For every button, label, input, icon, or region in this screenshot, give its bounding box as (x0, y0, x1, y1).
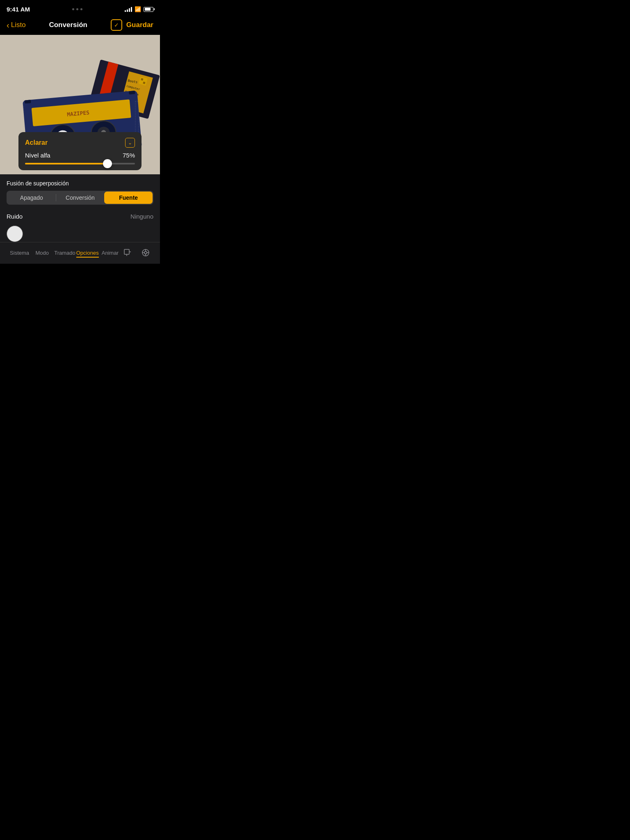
svg-rect-34 (124, 249, 129, 254)
nav-bar: ‹ Listo Conversión ✓ Guardar (0, 15, 160, 35)
status-bar: 9:41 AM 📶 (0, 0, 160, 15)
svg-rect-28 (129, 91, 135, 94)
alpha-slider[interactable] (25, 163, 135, 164)
nav-title: Conversión (49, 21, 87, 29)
bottom-tabs: Sistema Modo Tramado Opciones Animar (0, 242, 160, 264)
crop-button[interactable] (121, 247, 134, 259)
ruido-value: Ninguno (130, 213, 153, 220)
back-label: Listo (11, 21, 26, 29)
adjust-icon (142, 249, 150, 257)
seg-fuente[interactable]: Fuente (104, 192, 153, 204)
nivel-value: 75% (123, 152, 135, 159)
back-chevron-icon: ‹ (7, 21, 9, 30)
aclarar-panel: Aclarar ⌄ Nivel alfa 75% (18, 132, 142, 170)
slider-fill (25, 163, 107, 164)
crop-icon (123, 249, 132, 257)
status-time: 9:41 AM (7, 6, 30, 13)
noise-swatch[interactable] (7, 226, 23, 242)
status-right: 📶 (125, 6, 153, 12)
canvas-area: Boots CS computer program MAZIPES (0, 35, 160, 174)
fusion-segmented-control: Apagado Conversión Fuente (7, 191, 153, 205)
battery-icon (144, 7, 153, 12)
svg-point-38 (144, 251, 147, 254)
dot-1 (72, 8, 74, 10)
bottom-controls: Fusión de superposición Apagado Conversi… (0, 174, 160, 242)
tab-actions (121, 247, 152, 259)
ruido-row: Ruido Ninguno (7, 210, 153, 222)
signal-icon (125, 7, 132, 12)
slider-thumb[interactable] (103, 159, 112, 168)
nivel-label: Nivel alfa (25, 152, 50, 159)
checkmark-icon: ✓ (114, 22, 119, 28)
checkbox-button[interactable]: ✓ (111, 19, 122, 31)
dot-2 (76, 8, 78, 10)
nivel-row: Nivel alfa 75% (25, 152, 135, 159)
seg-apagado[interactable]: Apagado (7, 192, 56, 204)
svg-rect-27 (25, 100, 31, 103)
chevron-down-icon: ⌄ (128, 140, 132, 146)
tab-modo[interactable]: Modo (31, 248, 53, 258)
tab-opciones[interactable]: Opciones (76, 248, 99, 258)
save-button[interactable]: Guardar (126, 21, 153, 29)
aclarar-panel-wrapper: Aclarar ⌄ Nivel alfa 75% (0, 132, 160, 170)
tab-tramado[interactable]: Tramado (53, 248, 76, 258)
nav-actions: ✓ Guardar (111, 19, 153, 31)
ruido-label: Ruido (7, 213, 23, 220)
wifi-icon: 📶 (135, 6, 141, 12)
back-button[interactable]: ‹ Listo (7, 21, 26, 30)
status-center (72, 8, 82, 10)
seg-conversion[interactable]: Conversión (56, 192, 105, 204)
tab-animar[interactable]: Animar (99, 248, 121, 258)
dot-3 (80, 8, 82, 10)
aclarar-header: Aclarar ⌄ (25, 138, 135, 148)
tab-sistema[interactable]: Sistema (8, 248, 31, 258)
fusion-label: Fusión de superposición (7, 180, 153, 187)
aclarar-title: Aclarar (25, 139, 48, 146)
aclarar-chevron-button[interactable]: ⌄ (125, 138, 135, 148)
adjust-button[interactable] (139, 247, 152, 259)
